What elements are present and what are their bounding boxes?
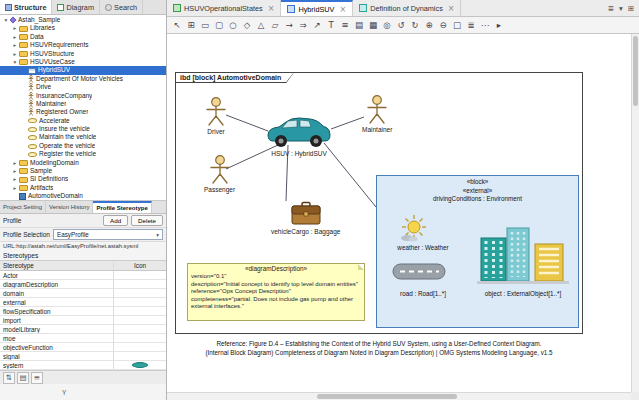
close-tab-icon[interactable]: ×: [448, 4, 455, 13]
expand-arrow-icon[interactable]: ▾: [2, 16, 10, 24]
tree-item[interactable]: ▸ Libraries: [0, 24, 166, 32]
horizontal-scroll-thumb[interactable]: [317, 394, 457, 399]
stereotype-row[interactable]: external: [0, 298, 166, 307]
vehicle-cargo-node[interactable]: vehicleCargo : Baggage: [271, 201, 340, 235]
delete-profile-button[interactable]: Delete: [131, 215, 163, 226]
tree-item[interactable]: ▸ Data: [0, 33, 166, 41]
toolbar-button[interactable]: ↖: [170, 18, 184, 32]
environment-block[interactable]: «block» «external» drivingConditions : E…: [376, 175, 579, 328]
stereotype-row[interactable]: Actor: [0, 271, 166, 280]
expand-arrow-icon[interactable]: ▸: [11, 50, 19, 58]
stereotype-row[interactable]: import: [0, 316, 166, 325]
tree-item[interactable]: ▸ Sample: [0, 167, 166, 175]
tree-item[interactable]: Register the vehicle: [0, 150, 166, 158]
expand-arrow-icon[interactable]: ▸: [11, 159, 19, 167]
tree-item[interactable]: Department Of Motor Vehicles: [0, 75, 166, 83]
tree-item[interactable]: ▸ HSUVStructure: [0, 50, 166, 58]
tree-item[interactable]: Operate the vehicle: [0, 142, 166, 150]
tree-item[interactable]: Accelerate: [0, 117, 166, 125]
expand-arrow-icon[interactable]: ▾: [11, 58, 19, 66]
stereotype-row[interactable]: domain: [0, 289, 166, 298]
toolbar-button[interactable]: ⊕: [422, 18, 436, 32]
tree-item[interactable]: ▾ Astah_Sample: [0, 16, 166, 24]
diagram-frame[interactable]: ibd [block] AutomotiveDomain Driver: [175, 72, 583, 334]
add-profile-button[interactable]: Add: [103, 215, 128, 226]
toolbar-button[interactable]: □: [450, 18, 464, 32]
tab-list-icon[interactable]: ≣: [608, 4, 614, 13]
tree-item[interactable]: Maintain the vehicle: [0, 133, 166, 141]
menu-icon[interactable]: ≡: [31, 372, 43, 384]
actor-passenger[interactable]: Passenger: [204, 155, 235, 193]
toolbar-button[interactable]: ▭: [198, 18, 212, 32]
horizontal-scrollbar[interactable]: [167, 392, 631, 400]
tree-item[interactable]: ▸ SI Definitions: [0, 175, 166, 183]
tree-item[interactable]: ▸ HSUVRequirements: [0, 41, 166, 49]
stereotype-row[interactable]: modelLibrary: [0, 325, 166, 334]
tree-item[interactable]: ▸ ModelingDomain: [0, 159, 166, 167]
sidebar-bottom-tab[interactable]: Project Setting: [0, 201, 46, 213]
toolbar-button[interactable]: ◎: [380, 18, 394, 32]
sort-icon[interactable]: ⇅: [3, 372, 15, 384]
expand-arrow-icon[interactable]: ▸: [11, 33, 19, 41]
stereotype-row[interactable]: flowSpecification: [0, 307, 166, 316]
tab-menu-icon[interactable]: ▾: [619, 4, 623, 13]
toolbar-button[interactable]: →: [282, 18, 296, 32]
toolbar-button[interactable]: ≡: [338, 18, 352, 32]
tree-item[interactable]: Registered Owner: [0, 108, 166, 116]
sidebar-tab[interactable]: Search: [100, 0, 143, 14]
diagram-caption[interactable]: Reference: Figure D.4 – Establishing the…: [175, 340, 583, 357]
toolbar-button[interactable]: T: [324, 18, 338, 32]
tab-grid-icon[interactable]: ⊞: [628, 4, 634, 13]
close-tab-icon[interactable]: ×: [339, 5, 346, 14]
expand-arrow-icon[interactable]: ▸: [11, 184, 19, 192]
document-tab[interactable]: HybridSUV ×: [281, 0, 353, 16]
document-tab[interactable]: Definition of Dynamics ×: [353, 0, 461, 16]
list-icon[interactable]: ▤: [17, 372, 29, 384]
expand-arrow-icon[interactable]: ▸: [11, 41, 19, 49]
profile-select[interactable]: EasyProfile ▾: [53, 229, 163, 240]
tree-item[interactable]: Insure the vehicle: [0, 125, 166, 133]
toolbar-button[interactable]: ⋯: [478, 18, 492, 32]
close-tab-icon[interactable]: ×: [268, 4, 275, 13]
sidebar-tab[interactable]: Structure: [0, 0, 52, 14]
stereotype-row[interactable]: objectiveFunction: [0, 343, 166, 352]
toolbar-button[interactable]: ▦: [366, 18, 380, 32]
connector-driver-car[interactable]: [226, 115, 268, 131]
sidebar-bottom-tab[interactable]: Profile Stereotype: [93, 201, 151, 213]
stereotype-row[interactable]: system: [0, 361, 166, 370]
tree-item[interactable]: InsuranceCompany: [0, 92, 166, 100]
expand-arrow-icon[interactable]: ▸: [11, 175, 19, 183]
hybrid-suv-node[interactable]: HSUV : HybridSUV: [264, 115, 334, 157]
toolbar-button[interactable]: ▢: [212, 18, 226, 32]
toolbar-button[interactable]: ◇: [240, 18, 254, 32]
toolbar-button[interactable]: ⇒: [296, 18, 310, 32]
tree-item[interactable]: Maintainer: [0, 100, 166, 108]
vertical-scroll-thumb[interactable]: [633, 36, 638, 106]
tree-item[interactable]: Drive: [0, 83, 166, 91]
toolbar-button[interactable]: ▤: [352, 18, 366, 32]
sidebar-bottom-tab[interactable]: Version History: [46, 201, 93, 213]
toolbar-button[interactable]: ↺: [394, 18, 408, 32]
vertical-scrollbar[interactable]: [631, 34, 639, 392]
stereotype-row[interactable]: signal: [0, 352, 166, 361]
sidebar-tab[interactable]: Diagram: [52, 0, 100, 14]
expand-arrow-icon[interactable]: ▸: [11, 167, 19, 175]
tree-item[interactable]: HybridSUV: [0, 66, 166, 74]
toolbar-button[interactable]: ○: [226, 18, 240, 32]
expand-arrow-icon[interactable]: ▸: [11, 24, 19, 32]
toolbar-button[interactable]: ⊖: [436, 18, 450, 32]
toolbar-button[interactable]: ▸: [492, 18, 506, 32]
toolbar-button[interactable]: ⊞: [184, 18, 198, 32]
diagram-canvas[interactable]: ibd [block] AutomotiveDomain Driver: [167, 34, 631, 392]
toolbar-button[interactable]: ≣: [464, 18, 478, 32]
toolbar-button[interactable]: △: [254, 18, 268, 32]
stereotype-row[interactable]: diagramDescription: [0, 280, 166, 289]
connector-maintainer-car[interactable]: [331, 117, 364, 129]
toolbar-button[interactable]: ▱: [268, 18, 282, 32]
actor-driver[interactable]: Driver: [204, 97, 228, 135]
actor-maintainer[interactable]: Maintainer: [362, 95, 392, 133]
document-tab[interactable]: HSUVOperationalStates ×: [167, 0, 281, 16]
tree-item[interactable]: AutomotiveDomain: [0, 192, 166, 200]
diagram-description-note[interactable]: «diagramDescription» version="0.1" descr…: [187, 263, 365, 321]
toolbar-button[interactable]: ↻: [408, 18, 422, 32]
